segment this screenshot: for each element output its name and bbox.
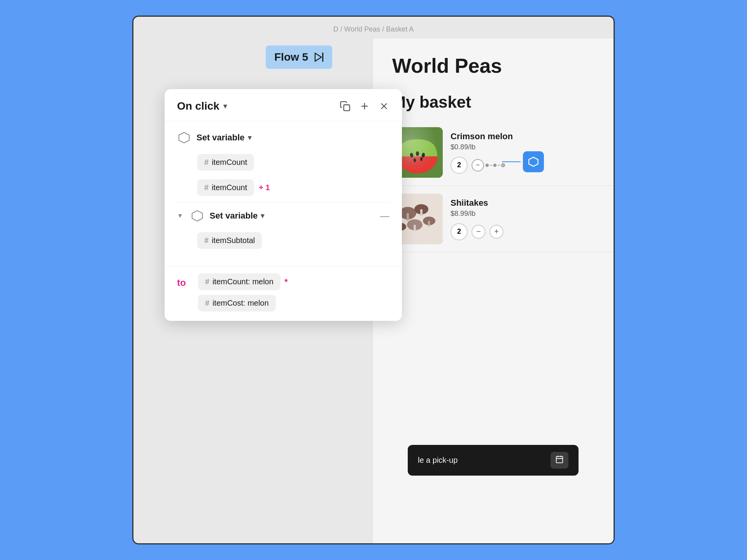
panel-actions: [340, 101, 389, 112]
var-chip-itemcount-melon[interactable]: # itemCount: melon: [198, 273, 281, 290]
hash-icon-4: #: [205, 277, 209, 286]
svg-rect-12: [407, 213, 409, 221]
product-controls-shiitake: 2 − +: [451, 223, 594, 240]
hash-icon-2: #: [204, 183, 209, 192]
var-chip-itemcount[interactable]: # itemCount: [197, 154, 254, 171]
svg-marker-31: [192, 211, 203, 221]
hex-icon-2: [190, 209, 204, 223]
var-chip-itemcount-val[interactable]: # itemCount: [197, 179, 254, 196]
svg-rect-16: [414, 225, 416, 231]
asterisk-icon: *: [284, 277, 288, 287]
world-peas-title: World Peas: [392, 54, 594, 77]
add-button[interactable]: [359, 101, 370, 112]
svg-marker-9: [529, 157, 538, 166]
flow-button[interactable]: Flow 5: [266, 46, 332, 69]
connector-line: [502, 161, 521, 162]
svg-marker-0: [315, 53, 321, 61]
panel-body: Set variable ▾ # itemCount # itemCount +…: [165, 121, 402, 264]
var-chip-itemsubtotal[interactable]: # itemSubtotal: [197, 232, 262, 249]
to-section: to # itemCount: melon * # itemCost: melo…: [165, 266, 402, 321]
svg-rect-21: [556, 457, 563, 463]
svg-point-6: [421, 152, 425, 158]
pickup-text: le a pick-up: [418, 456, 458, 465]
svg-rect-25: [344, 105, 350, 111]
to-row: to # itemCount: melon * # itemCost: melo…: [177, 273, 389, 312]
hex-connector: [502, 151, 544, 172]
svg-point-8: [420, 157, 423, 161]
set-variable-label-2[interactable]: Set variable ▾: [210, 211, 265, 221]
product-item-shiitake: Shiitakes $8.99/lb 2 − +: [373, 186, 614, 252]
basket-title: My basket: [373, 85, 614, 119]
hash-icon-1: #: [204, 158, 209, 167]
product-info-shiitake: Shiitakes $8.99/lb 2 − +: [451, 198, 594, 240]
product-name-watermelon: Crimson melon: [451, 131, 594, 142]
var-value-itemcount: itemCount: [212, 183, 247, 192]
world-peas-header: World Peas: [373, 38, 614, 85]
set-variable-row-2: ▼ Set variable ▾ —: [177, 206, 389, 223]
item-count-value-chips: # itemCount + 1: [177, 177, 389, 198]
hash-icon-5: #: [205, 299, 209, 308]
quantity-shiitake: 2: [451, 223, 468, 240]
copy-button[interactable]: [340, 101, 351, 112]
to-chip-1-text: itemCount: melon: [212, 277, 274, 286]
minus-button-shiitake[interactable]: −: [472, 225, 486, 239]
close-button[interactable]: [379, 101, 389, 112]
panel-header: On click ▾: [165, 89, 402, 121]
product-item: Crimson melon $0.89/lb 2 −: [373, 119, 614, 186]
play-icon: [313, 52, 324, 63]
hex-node[interactable]: [523, 151, 544, 172]
to-chip-row-1: # itemCount: melon *: [198, 273, 389, 290]
svg-rect-18: [428, 221, 430, 226]
calendar-button[interactable]: [551, 452, 568, 469]
set-variable-label-1[interactable]: Set variable ▾: [196, 133, 251, 143]
to-chips: # itemCount: melon * # itemCost: melon: [198, 273, 389, 312]
product-controls-watermelon: 2 −: [451, 157, 594, 174]
to-chip-2-text: itemCost: melon: [212, 299, 269, 308]
trigger-chevron: ▾: [223, 102, 227, 110]
svg-point-4: [410, 152, 414, 158]
product-price-shiitake: $8.99/lb: [451, 210, 594, 218]
var-name-itemcount: itemCount: [212, 158, 247, 167]
product-name-shiitake: Shiitakes: [451, 198, 594, 208]
flow-button-label: Flow 5: [274, 51, 308, 63]
onclick-trigger[interactable]: On click ▾: [177, 100, 227, 112]
var-chip-itemcost-melon[interactable]: # itemCost: melon: [198, 295, 276, 312]
world-peas-panel: World Peas My basket: [372, 38, 614, 544]
svg-point-2: [397, 139, 438, 173]
quantity-watermelon: 2: [451, 157, 468, 174]
plus-one-label: + 1: [259, 183, 270, 192]
collapse-arrow[interactable]: ▼: [177, 212, 183, 219]
to-label: to: [177, 273, 193, 288]
item-subtotal-chips: # itemSubtotal: [177, 230, 389, 251]
set-var-1-chevron: ▾: [248, 133, 251, 142]
var-name-itemsubtotal: itemSubtotal: [212, 236, 255, 245]
svg-point-5: [416, 151, 419, 156]
set-var-2-chevron: ▾: [261, 212, 264, 220]
connector-area: −: [472, 159, 505, 172]
svg-point-3: [397, 139, 438, 173]
interaction-panel: On click ▾: [165, 89, 402, 321]
hex-icon-1: [177, 131, 191, 145]
svg-rect-14: [420, 209, 423, 216]
main-frame: D / World Peas / Basket A Flow 5 World P…: [132, 16, 615, 544]
svg-point-7: [414, 158, 416, 162]
breadcrumb: D / World Peas / Basket A: [333, 25, 414, 33]
product-info-watermelon: Crimson melon $0.89/lb 2 −: [451, 131, 594, 174]
item-count-chips-1: # itemCount: [177, 152, 389, 173]
minus-button-watermelon[interactable]: −: [472, 159, 484, 172]
product-price-watermelon: $0.89/lb: [451, 143, 594, 151]
hash-icon-3: #: [204, 236, 209, 245]
svg-marker-30: [179, 133, 189, 143]
section-divider: [177, 202, 389, 203]
pickup-bar: le a pick-up: [408, 445, 579, 476]
plus-button-shiitake[interactable]: +: [489, 225, 503, 239]
onclick-label-text: On click: [177, 100, 219, 112]
set-variable-row-1: Set variable ▾: [177, 131, 389, 145]
collapse-minus-button[interactable]: —: [380, 210, 389, 221]
to-chip-row-2: # itemCost: melon: [198, 295, 389, 312]
